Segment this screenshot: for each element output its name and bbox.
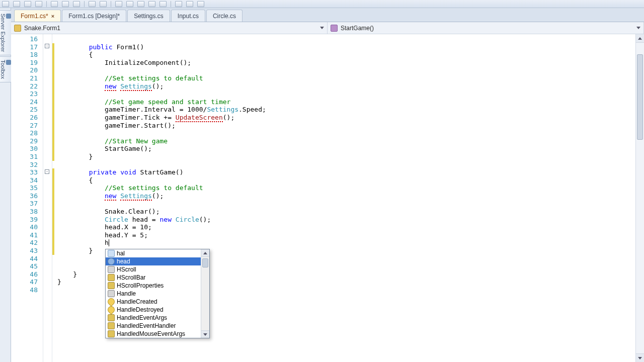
- server-explorer-tab[interactable]: Server Explorer: [0, 10, 12, 55]
- fold-toggle[interactable]: -: [45, 169, 49, 174]
- method-icon: [331, 25, 338, 32]
- intellisense-item[interactable]: HScroll: [106, 265, 201, 274]
- toolbar-button[interactable]: [186, 1, 193, 7]
- chevron-up-icon: [638, 37, 642, 40]
- tab-input-cs[interactable]: Input.cs: [171, 10, 205, 22]
- toolbox-tab[interactable]: Toolbox: [0, 56, 12, 82]
- tab-form1-design[interactable]: Form1.cs [Design]*: [62, 10, 126, 22]
- intellisense-item-label: HandledEventArgs: [117, 314, 167, 321]
- type-name: Snake.Form1: [24, 25, 60, 32]
- line-number: 44: [11, 255, 41, 263]
- text-caret: [109, 239, 109, 246]
- fold-column: - -: [43, 34, 52, 362]
- intellisense-popup: halheadHScrollHScrollBarHScrollPropertie…: [105, 249, 210, 338]
- change-marker: [52, 43, 54, 161]
- toolbar-button[interactable]: [137, 1, 144, 7]
- line-number: 46: [11, 270, 41, 279]
- chevron-down-icon: [636, 27, 640, 29]
- line-number: 28: [11, 129, 41, 137]
- vertical-scrollbar[interactable]: [635, 34, 644, 362]
- intellisense-item[interactable]: hal: [106, 249, 201, 257]
- line-number: 26: [11, 114, 41, 122]
- close-icon[interactable]: ×: [51, 13, 54, 19]
- toolbar-button[interactable]: [62, 1, 69, 7]
- line-number: 47: [11, 278, 41, 286]
- intellisense-item[interactable]: HandledEventHandler: [106, 322, 201, 330]
- scroll-down-button[interactable]: [636, 353, 644, 362]
- cls-icon: [108, 274, 115, 281]
- scroll-down-button[interactable]: [201, 330, 209, 338]
- fold-toggle[interactable]: -: [45, 44, 49, 48]
- editor-area: Form1.cs*× Form1.cs [Design]* Settings.c…: [11, 8, 644, 362]
- scroll-thumb[interactable]: [202, 258, 208, 267]
- line-number: 20: [11, 66, 41, 74]
- cls-icon: [108, 322, 115, 329]
- tab-label: Settings.cs: [134, 13, 164, 20]
- line-number: 45: [11, 262, 41, 270]
- change-margin: [52, 34, 55, 362]
- type-selector[interactable]: Snake.Form1: [11, 22, 328, 34]
- line-number: 43: [11, 247, 41, 255]
- line-number: 34: [11, 176, 41, 185]
- tab-settings-cs[interactable]: Settings.cs: [127, 10, 170, 22]
- intellisense-item-label: HScrollBar: [117, 274, 145, 281]
- chevron-up-icon: [203, 252, 207, 254]
- line-number: 30: [11, 145, 41, 153]
- line-number: 38: [11, 208, 41, 216]
- left-dock: Server Explorer Toolbox: [0, 8, 11, 362]
- intellisense-item[interactable]: HScrollBar: [106, 274, 201, 282]
- cls-icon: [108, 330, 115, 337]
- document-tabs: Form1.cs*× Form1.cs [Design]* Settings.c…: [11, 8, 644, 22]
- intellisense-item-label: HandledEventHandler: [117, 322, 176, 329]
- toolbar-button[interactable]: [126, 1, 133, 7]
- toolbar-button[interactable]: [89, 1, 96, 7]
- line-number: 24: [11, 98, 41, 106]
- intellisense-item[interactable]: HandleCreated: [106, 298, 201, 306]
- toolbar-button[interactable]: [148, 1, 155, 7]
- line-number: 29: [11, 137, 41, 145]
- toolbar-button[interactable]: [35, 1, 42, 7]
- toolbox-icon: [6, 60, 11, 65]
- intellisense-list[interactable]: halheadHScrollHScrollBarHScrollPropertie…: [106, 249, 201, 338]
- toolbar-button[interactable]: [51, 1, 58, 7]
- tab-label: Input.cs: [178, 13, 199, 20]
- line-number: 41: [11, 231, 41, 239]
- filter-echo-icon: [108, 250, 115, 257]
- intellisense-item-label: Handle: [117, 290, 136, 297]
- scroll-up-button[interactable]: [636, 34, 644, 43]
- intellisense-item[interactable]: head: [106, 257, 201, 265]
- toolbar-button[interactable]: [24, 1, 31, 7]
- intellisense-item[interactable]: HandleDestroyed: [106, 306, 201, 314]
- intellisense-scrollbar[interactable]: [201, 249, 209, 338]
- scroll-up-button[interactable]: [201, 249, 209, 257]
- tab-circle-cs[interactable]: Circle.cs: [206, 10, 243, 22]
- line-number: 21: [11, 74, 41, 82]
- tab-label: Circle.cs: [213, 13, 236, 20]
- intellisense-item[interactable]: HandledMouseEventArgs: [106, 330, 201, 338]
- line-number: 32: [11, 161, 41, 169]
- line-number: 16: [11, 35, 41, 43]
- intellisense-item[interactable]: HScrollProperties: [106, 282, 201, 290]
- intellisense-item[interactable]: HandledEventArgs: [106, 314, 201, 322]
- toolbar-button[interactable]: [2, 1, 9, 7]
- evt-icon: [106, 297, 116, 307]
- intellisense-item[interactable]: Handle: [106, 290, 201, 298]
- line-number: 19: [11, 59, 41, 67]
- toolbar-button[interactable]: [13, 1, 20, 7]
- toolbar-button[interactable]: [197, 1, 204, 7]
- toolbar-button[interactable]: [73, 1, 80, 7]
- line-number: 39: [11, 216, 41, 224]
- chevron-down-icon: [638, 357, 642, 359]
- toolbar-button[interactable]: [159, 1, 167, 7]
- member-selector[interactable]: StartGame(): [328, 22, 644, 34]
- scroll-thumb[interactable]: [637, 54, 643, 140]
- code-editor[interactable]: 1617181920212223242526272829303132333435…: [11, 34, 644, 362]
- toolbar-button[interactable]: [175, 1, 182, 7]
- side-tab-label: Toolbox: [0, 60, 6, 79]
- toolbar-button[interactable]: [100, 1, 107, 7]
- tab-form1-cs[interactable]: Form1.cs*×: [14, 10, 61, 22]
- fld-icon: [108, 258, 115, 265]
- toolbar-button[interactable]: [115, 1, 122, 7]
- line-numbers: 1617181920212223242526272829303132333435…: [11, 34, 43, 362]
- chevron-down-icon: [203, 333, 207, 336]
